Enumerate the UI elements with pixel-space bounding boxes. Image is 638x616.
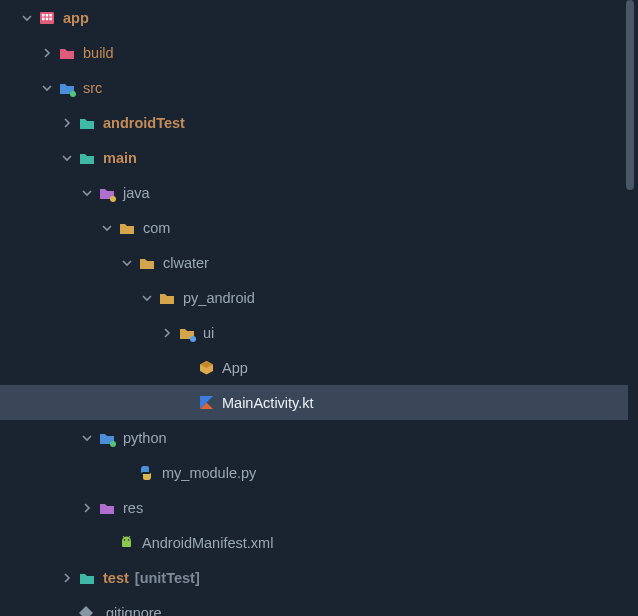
chevron-right-icon[interactable] bbox=[160, 328, 174, 338]
chevron-right-icon[interactable] bbox=[40, 48, 54, 58]
tree-node-label: test bbox=[103, 570, 129, 586]
svg-rect-5 bbox=[46, 17, 49, 20]
svg-point-7 bbox=[123, 539, 125, 541]
tree-node-MainActivity[interactable]: MainActivity.kt bbox=[0, 385, 628, 420]
tree-node-label: App bbox=[222, 360, 248, 376]
tree-node-label: ui bbox=[203, 325, 214, 341]
folder-pink-icon bbox=[59, 45, 75, 61]
tree-node-label: src bbox=[83, 80, 102, 96]
chevron-down-icon[interactable] bbox=[80, 188, 94, 198]
tree-node-label: res bbox=[123, 500, 143, 516]
chevron-down-icon[interactable] bbox=[80, 433, 94, 443]
folder-teal-icon bbox=[79, 115, 95, 131]
svg-rect-2 bbox=[46, 14, 49, 17]
python-icon bbox=[138, 465, 154, 481]
svg-rect-3 bbox=[49, 14, 52, 17]
chevron-down-icon[interactable] bbox=[60, 153, 74, 163]
chevron-down-icon[interactable] bbox=[100, 223, 114, 233]
tree-node-label: main bbox=[103, 150, 137, 166]
tree-node-label: com bbox=[143, 220, 170, 236]
chevron-down-icon[interactable] bbox=[20, 13, 34, 23]
tree-node-label: java bbox=[123, 185, 150, 201]
tree-node-androidTest[interactable]: androidTest bbox=[0, 105, 628, 140]
folder-purple-java-icon bbox=[99, 185, 115, 201]
tree-node-label: build bbox=[83, 45, 114, 61]
tree-node-label: py_android bbox=[183, 290, 255, 306]
tree-node-label: app bbox=[63, 10, 89, 26]
chevron-right-icon[interactable] bbox=[80, 503, 94, 513]
folder-teal-icon bbox=[79, 570, 95, 586]
tree-node-my_module[interactable]: my_module.py bbox=[0, 455, 628, 490]
svg-line-9 bbox=[123, 536, 125, 538]
folder-badge-icon bbox=[179, 325, 195, 341]
project-tree: appbuildsrcandroidTestmainjavacomclwater… bbox=[0, 0, 628, 616]
tree-node-label: clwater bbox=[163, 255, 209, 271]
tree-node-label: my_module.py bbox=[162, 465, 256, 481]
tree-node-java[interactable]: java bbox=[0, 175, 628, 210]
box-icon bbox=[198, 360, 214, 376]
chevron-down-icon[interactable] bbox=[140, 293, 154, 303]
tree-node-test[interactable]: test[unitTest] bbox=[0, 560, 628, 595]
tree-node-label: androidTest bbox=[103, 115, 185, 131]
tree-node-app[interactable]: app bbox=[0, 0, 628, 35]
folder-icon bbox=[119, 220, 135, 236]
tree-node-label: python bbox=[123, 430, 167, 446]
git-icon bbox=[78, 605, 94, 617]
tree-node-gitignore[interactable]: .gitignore bbox=[0, 595, 628, 616]
android-icon bbox=[118, 535, 134, 551]
tree-node-build[interactable]: build bbox=[0, 35, 628, 70]
tree-node-AndroidManifest[interactable]: AndroidManifest.xml bbox=[0, 525, 628, 560]
app-icon bbox=[39, 10, 55, 26]
svg-rect-4 bbox=[42, 17, 45, 20]
scrollbar[interactable] bbox=[626, 0, 634, 190]
tree-node-label: MainActivity.kt bbox=[222, 395, 314, 411]
tree-node-res[interactable]: res bbox=[0, 490, 628, 525]
folder-purple-res-icon bbox=[99, 500, 115, 516]
folder-icon bbox=[139, 255, 155, 271]
chevron-down-icon[interactable] bbox=[120, 258, 134, 268]
tree-node-qualifier: [unitTest] bbox=[135, 570, 200, 586]
tree-node-py_android[interactable]: py_android bbox=[0, 280, 628, 315]
svg-line-10 bbox=[128, 536, 130, 538]
chevron-down-icon[interactable] bbox=[40, 83, 54, 93]
svg-point-8 bbox=[127, 539, 129, 541]
tree-node-main[interactable]: main bbox=[0, 140, 628, 175]
svg-rect-6 bbox=[49, 17, 52, 20]
chevron-right-icon[interactable] bbox=[60, 573, 74, 583]
tree-node-com[interactable]: com bbox=[0, 210, 628, 245]
tree-node-python[interactable]: python bbox=[0, 420, 628, 455]
chevron-right-icon[interactable] bbox=[60, 118, 74, 128]
tree-node-App[interactable]: App bbox=[0, 350, 628, 385]
tree-node-label: .gitignore bbox=[102, 605, 162, 617]
tree-node-src[interactable]: src bbox=[0, 70, 628, 105]
svg-rect-1 bbox=[42, 14, 45, 17]
folder-blue-icon bbox=[59, 80, 75, 96]
tree-node-clwater[interactable]: clwater bbox=[0, 245, 628, 280]
tree-node-ui[interactable]: ui bbox=[0, 315, 628, 350]
tree-node-label: AndroidManifest.xml bbox=[142, 535, 273, 551]
folder-teal-icon bbox=[79, 150, 95, 166]
kotlin-icon bbox=[198, 395, 214, 411]
folder-icon bbox=[159, 290, 175, 306]
folder-blue-badge-icon bbox=[99, 430, 115, 446]
